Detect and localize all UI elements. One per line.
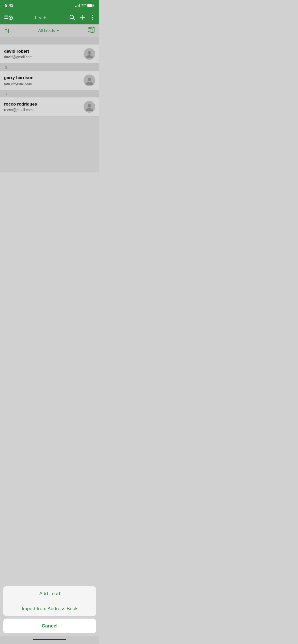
- svg-point-21: [92, 17, 93, 18]
- list-item[interactable]: rocco rodrigues rocco@gmail.com: [0, 97, 99, 116]
- empty-content-area: [0, 116, 99, 172]
- leads-list: C david robert david@gmail.com G garry h…: [0, 37, 99, 116]
- lead-email-rocco: rocco@gmail.com: [4, 108, 37, 112]
- svg-point-20: [92, 15, 93, 16]
- svg-rect-9: [4, 18, 8, 19]
- avatar-garry: [84, 75, 95, 86]
- status-time: 9:41: [5, 3, 13, 8]
- svg-point-27: [88, 51, 91, 55]
- svg-rect-2: [78, 5, 78, 7]
- section-header-r: R: [0, 90, 99, 97]
- filter-bar: All Leads: [0, 24, 99, 37]
- map-icon: [88, 27, 95, 33]
- section-header-c: C: [0, 37, 99, 45]
- wifi-icon: [82, 4, 86, 7]
- search-button[interactable]: [69, 14, 75, 21]
- svg-rect-7: [4, 15, 8, 16]
- avatar-icon: [85, 76, 94, 85]
- svg-rect-8: [4, 17, 8, 17]
- add-icon: [79, 14, 85, 20]
- lead-name-rocco: rocco rodrigues: [4, 102, 37, 107]
- sort-button[interactable]: [5, 28, 10, 33]
- more-icon: [90, 14, 95, 20]
- lead-email-garry: garry@gmail.com: [4, 81, 33, 85]
- status-icons: [75, 4, 94, 7]
- svg-rect-6: [88, 4, 92, 7]
- section-letter: G: [5, 65, 8, 69]
- avatar-rocco: [84, 101, 95, 113]
- lead-info-garry: garry harrison garry@gmail.com: [4, 75, 33, 85]
- list-item[interactable]: david robert david@gmail.com: [0, 45, 99, 64]
- status-bar: 9:41: [0, 0, 99, 11]
- svg-rect-5: [93, 5, 94, 6]
- lead-email-david: david@gmail.com: [4, 55, 32, 59]
- section-letter: R: [5, 92, 7, 96]
- section-letter: C: [5, 39, 7, 43]
- svg-point-29: [88, 104, 91, 108]
- svg-rect-12: [10, 16, 11, 16]
- more-button[interactable]: [90, 14, 95, 21]
- nav-bar: Leads: [0, 11, 99, 24]
- filter-title-label: All Leads: [38, 28, 55, 33]
- svg-rect-3: [79, 4, 80, 7]
- svg-line-17: [73, 18, 75, 20]
- avatar-icon: [85, 50, 94, 58]
- svg-rect-14: [8, 18, 9, 18]
- svg-rect-0: [75, 6, 76, 7]
- lead-info-rocco: rocco rodrigues rocco@gmail.com: [4, 102, 37, 112]
- settings-icon: [4, 14, 13, 21]
- add-button[interactable]: [79, 14, 85, 21]
- avatar-icon: [85, 103, 94, 111]
- map-button[interactable]: [88, 27, 95, 35]
- battery-icon: [87, 4, 94, 7]
- dropdown-arrow-icon: [57, 30, 59, 32]
- lead-info-david: david robert david@gmail.com: [4, 49, 32, 59]
- svg-marker-24: [88, 27, 94, 33]
- nav-actions: [69, 14, 95, 21]
- svg-rect-1: [77, 6, 77, 7]
- settings-button[interactable]: [4, 13, 13, 22]
- nav-left: [4, 13, 13, 22]
- filter-title-button[interactable]: All Leads: [38, 28, 59, 33]
- svg-point-28: [88, 78, 91, 81]
- signal-icon: [75, 4, 80, 7]
- svg-rect-15: [12, 18, 13, 18]
- search-icon: [69, 14, 75, 20]
- nav-title: Leads: [13, 15, 69, 21]
- section-header-g: G: [0, 64, 99, 71]
- list-item[interactable]: garry harrison garry@gmail.com: [0, 71, 99, 90]
- lead-name-david: david robert: [4, 49, 32, 54]
- sort-icon: [5, 28, 10, 33]
- avatar-david: [84, 48, 95, 60]
- svg-rect-13: [10, 19, 11, 20]
- lead-name-garry: garry harrison: [4, 75, 33, 80]
- svg-point-11: [10, 17, 11, 19]
- svg-point-22: [92, 19, 93, 20]
